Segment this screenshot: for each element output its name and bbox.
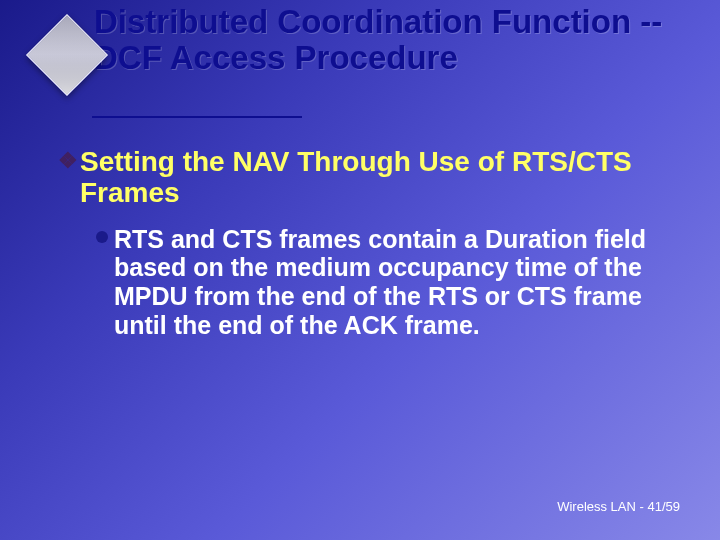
slide-footer: Wireless LAN - 41/59 <box>557 499 680 514</box>
diamond-bullet-icon: ❖ <box>58 149 78 174</box>
slide: Distributed Coordination Function -- DCF… <box>0 0 720 540</box>
title-row: Distributed Coordination Function -- DCF… <box>38 4 700 84</box>
bullet-level-1: ❖ Setting the NAV Through Use of RTS/CTS… <box>58 146 670 209</box>
bullet-level-1-text: Setting the NAV Through Use of RTS/CTS F… <box>80 146 632 208</box>
disc-bullet-icon <box>96 231 108 243</box>
slide-title: Distributed Coordination Function -- DCF… <box>94 4 700 75</box>
title-underline <box>92 116 302 118</box>
bullet-level-2-text: RTS and CTS frames contain a Duration fi… <box>114 225 646 339</box>
bullet-level-2: RTS and CTS frames contain a Duration fi… <box>96 225 670 340</box>
slide-content: ❖ Setting the NAV Through Use of RTS/CTS… <box>58 146 670 340</box>
